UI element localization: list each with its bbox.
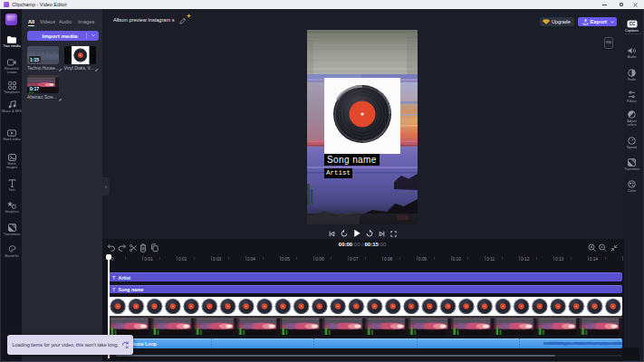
svg-text:CC: CC [629,22,635,26]
